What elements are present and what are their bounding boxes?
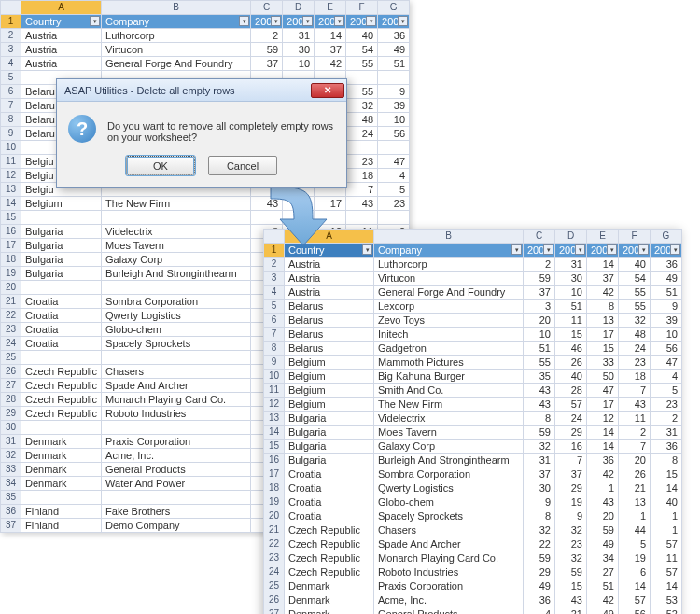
cell[interactable]: 13 bbox=[619, 495, 651, 509]
table-row[interactable]: 21Czech RepublicChasers323259441 bbox=[264, 523, 682, 537]
table-row[interactable]: 24Czech RepublicRoboto Industries2959276… bbox=[264, 565, 682, 579]
row-header[interactable]: 20 bbox=[264, 509, 285, 523]
cell[interactable]: 31 bbox=[555, 258, 587, 272]
cell[interactable]: 2 bbox=[651, 412, 682, 426]
cell[interactable]: 53 bbox=[651, 593, 682, 607]
cell[interactable]: 11 bbox=[651, 551, 682, 565]
col-header[interactable]: G bbox=[651, 230, 682, 244]
cell[interactable]: Chasers bbox=[374, 523, 524, 537]
table-row[interactable]: 27DenmarkGeneral Products421495652 bbox=[264, 607, 682, 615]
cell[interactable]: Belarus bbox=[285, 300, 374, 314]
cell[interactable]: 40 bbox=[619, 258, 651, 272]
table-row[interactable]: 23Czech RepublicMonarch Playing Card Co.… bbox=[264, 551, 682, 565]
row-header[interactable]: 19 bbox=[1, 267, 21, 281]
cell[interactable]: 32 bbox=[555, 551, 587, 565]
cell[interactable]: 7 bbox=[346, 183, 378, 197]
row-header[interactable]: 10 bbox=[264, 370, 285, 384]
cell[interactable]: 43 bbox=[251, 197, 283, 211]
row-header[interactable]: 15 bbox=[264, 440, 285, 454]
row-header[interactable]: 8 bbox=[1, 113, 21, 127]
cell[interactable]: 24 bbox=[346, 127, 378, 141]
cell[interactable]: 30 bbox=[283, 43, 315, 57]
col-header[interactable]: F bbox=[619, 230, 651, 244]
cell[interactable]: Czech Republic bbox=[21, 393, 102, 407]
row-header[interactable]: 23 bbox=[264, 551, 285, 565]
row-header[interactable]: 28 bbox=[1, 393, 21, 407]
cell[interactable]: 24 bbox=[619, 342, 651, 356]
cell[interactable]: Acme, Inc. bbox=[102, 449, 251, 463]
cell[interactable]: Austria bbox=[285, 272, 374, 286]
row-header[interactable]: 24 bbox=[264, 565, 285, 579]
cell[interactable]: Roboto Industries bbox=[102, 407, 251, 421]
cell[interactable]: Luthorcorp bbox=[374, 258, 524, 272]
cell[interactable] bbox=[346, 141, 378, 155]
cell[interactable]: 48 bbox=[346, 113, 378, 127]
cell[interactable]: 31 bbox=[524, 454, 555, 467]
table-row[interactable]: 26DenmarkAcme, Inc.3643425753 bbox=[264, 593, 682, 607]
cell[interactable]: 49 bbox=[651, 272, 682, 286]
cell[interactable]: 6 bbox=[619, 565, 651, 579]
filter-header-cell[interactable]: Country▾ bbox=[21, 15, 102, 29]
cell[interactable]: 14 bbox=[587, 258, 619, 272]
cell[interactable]: 10 bbox=[555, 286, 587, 300]
cell[interactable] bbox=[251, 211, 283, 225]
filter-dropdown-icon[interactable]: ▾ bbox=[362, 244, 372, 255]
cell[interactable] bbox=[346, 211, 378, 225]
cell[interactable]: 5 bbox=[651, 384, 682, 398]
cell[interactable]: Denmark bbox=[285, 593, 374, 607]
row-header[interactable]: 5 bbox=[264, 300, 285, 314]
cell[interactable]: 40 bbox=[555, 370, 587, 384]
table-row[interactable]: 17CroatiaSombra Corporation3737422615 bbox=[264, 467, 682, 481]
cell[interactable] bbox=[21, 281, 102, 295]
cell[interactable]: Moes Tavern bbox=[374, 426, 524, 440]
table-row[interactable]: 3AustriaVirtucon5930375449 bbox=[264, 272, 682, 286]
cell[interactable]: Praxis Corporation bbox=[102, 435, 251, 449]
filter-header-cell[interactable]: 2007▾ bbox=[315, 15, 346, 29]
cell[interactable]: Spade And Archer bbox=[374, 537, 524, 551]
row-header[interactable]: 14 bbox=[1, 197, 21, 211]
cell[interactable]: Belgium bbox=[285, 398, 374, 412]
row-header[interactable]: 4 bbox=[264, 286, 285, 300]
cell[interactable]: Acme, Inc. bbox=[374, 593, 524, 607]
cell[interactable]: 21 bbox=[619, 481, 651, 495]
cell[interactable]: 29 bbox=[555, 426, 587, 440]
table-row[interactable]: 6BelarusZevo Toys2011133239 bbox=[264, 314, 682, 328]
row-header[interactable]: 11 bbox=[1, 155, 21, 169]
cell[interactable]: 9 bbox=[378, 85, 410, 99]
cell[interactable]: 18 bbox=[619, 370, 651, 384]
cell[interactable]: 55 bbox=[524, 356, 555, 370]
row-header[interactable]: 3 bbox=[1, 43, 21, 57]
cell[interactable]: 14 bbox=[587, 440, 619, 454]
cell[interactable]: Bulgaria bbox=[285, 440, 374, 454]
cell[interactable]: 42 bbox=[587, 467, 619, 481]
cell[interactable]: 36 bbox=[651, 440, 682, 454]
cell[interactable]: 14 bbox=[587, 426, 619, 440]
cell[interactable]: 5 bbox=[619, 537, 651, 551]
row-header[interactable]: 32 bbox=[1, 449, 21, 463]
table-row[interactable]: 20CroatiaSpacely Sprockets892011 bbox=[264, 509, 682, 523]
cell[interactable] bbox=[21, 211, 102, 225]
cell[interactable]: 36 bbox=[524, 593, 555, 607]
cell[interactable]: 46 bbox=[555, 342, 587, 356]
cell[interactable]: Denmark bbox=[285, 579, 374, 593]
cell[interactable]: 59 bbox=[251, 43, 283, 57]
cell[interactable]: 14 bbox=[315, 29, 346, 43]
col-header[interactable]: E bbox=[315, 1, 346, 15]
cell[interactable]: 15 bbox=[555, 579, 587, 593]
cell[interactable]: Bulgaria bbox=[21, 225, 102, 239]
cell[interactable]: Roboto Industries bbox=[374, 565, 524, 579]
cell[interactable]: 7 bbox=[555, 454, 587, 467]
col-header[interactable]: D bbox=[283, 1, 315, 15]
cell[interactable]: Croatia bbox=[21, 295, 102, 309]
cell[interactable]: 19 bbox=[619, 551, 651, 565]
cell[interactable]: 34 bbox=[587, 551, 619, 565]
cell[interactable] bbox=[378, 211, 410, 225]
cell[interactable]: 19 bbox=[555, 495, 587, 509]
cell[interactable]: 31 bbox=[283, 29, 315, 43]
cell[interactable]: 42 bbox=[315, 57, 346, 71]
ok-button[interactable]: OK bbox=[126, 156, 195, 175]
row-header[interactable]: 1 bbox=[1, 15, 21, 29]
filter-header-cell[interactable]: 2008▾ bbox=[346, 15, 378, 29]
cell[interactable]: Demo Company bbox=[102, 519, 251, 533]
cell[interactable]: Austria bbox=[285, 286, 374, 300]
